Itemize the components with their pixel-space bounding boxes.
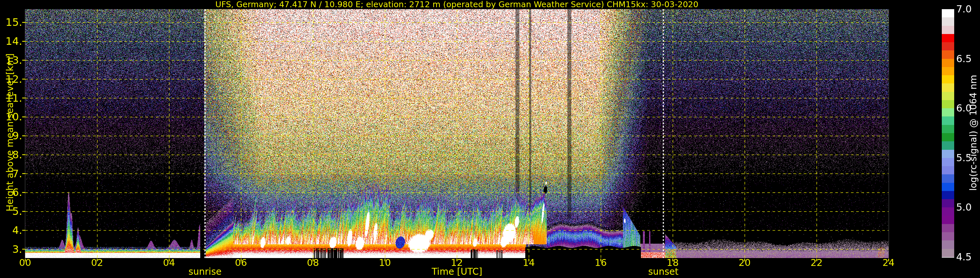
colorbar-segment [942,125,954,133]
x-tick-label: 00 [10,258,40,268]
colorbar-segment [942,224,954,232]
colorbar-segment [942,34,954,42]
ceilometer-quicklook-figure: UFS, Germany; 47.417 N / 10.980 E; eleva… [0,0,980,278]
colorbar [942,9,954,258]
colorbar-segment [942,150,954,158]
colorbar-segment [942,199,954,207]
x-axis-label: Time [UTC] [421,267,493,277]
colorbar-segment [942,191,954,199]
x-tick-label: 20 [730,258,759,268]
colorbar-segment [942,67,954,75]
colorbar-tick-label: 5.0 [956,201,979,214]
colorbar-segment [942,216,954,224]
colorbar-tick-label: 4.5 [956,251,979,264]
sunrise-label: sunrise [179,267,231,277]
y-axis-label: Height above mean sea level [km] [5,53,15,211]
colorbar-segment [942,59,954,67]
colorbar-segment [942,117,954,125]
colorbar-segment [942,100,954,108]
colorbar-segment [942,158,954,166]
colorbar-segment [942,108,954,117]
colorbar-tick-label: 6.5 [956,52,979,66]
colorbar-segment [942,183,954,191]
colorbar-segment [942,83,954,91]
x-tick-label: 08 [298,258,328,268]
colorbar-segment [942,166,954,174]
x-axis-tick-labels: 00020406081012141618202224 [0,0,980,278]
colorbar-segment [942,50,954,59]
sunset-label: sunset [637,267,690,277]
x-tick-label: 24 [874,258,903,268]
x-tick-label: 14 [514,258,544,268]
colorbar-label: log(rc-signal) @ 1064 nm [968,75,979,191]
colorbar-segment [942,141,954,149]
colorbar-segment [942,232,954,240]
colorbar-segment [942,174,954,182]
colorbar-segment [942,249,954,257]
colorbar-segment [942,75,954,83]
colorbar-segment [942,26,954,34]
colorbar-tick-label: 7.0 [956,3,979,16]
x-tick-label: 04 [154,258,184,268]
colorbar-segment [942,92,954,100]
colorbar-segment [942,133,954,141]
x-tick-label: 02 [82,258,112,268]
x-tick-label: 16 [586,258,616,268]
colorbar-segment [942,240,954,249]
x-tick-label: 10 [370,258,399,268]
colorbar-segment [942,207,954,216]
colorbar-segment [942,18,954,26]
colorbar-segment [942,42,954,50]
x-tick-label: 22 [802,258,831,268]
colorbar-segment [942,9,954,18]
x-tick-label: 06 [226,258,256,268]
